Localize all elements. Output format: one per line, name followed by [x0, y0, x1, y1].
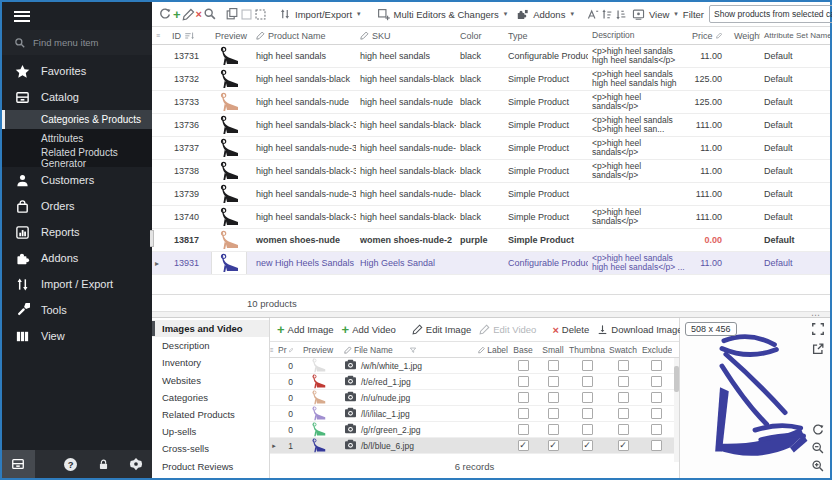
paste-button[interactable] — [254, 5, 267, 24]
thumbnail-checkbox[interactable] — [568, 376, 606, 387]
swatch-checkbox[interactable]: ✓ — [606, 440, 640, 451]
product-name[interactable]: high heel sandals-nude-36 — [252, 143, 356, 153]
image-priority[interactable]: 0 — [278, 393, 298, 403]
product-price[interactable]: 11.00 — [688, 51, 730, 61]
thumbnail-checkbox[interactable] — [568, 408, 606, 419]
thumbnail-checkbox[interactable] — [568, 424, 606, 435]
image-file[interactable]: /b/l/blue_6.jpg — [338, 439, 478, 452]
table-row[interactable]: 13731 high heel sandals high heel sandal… — [152, 45, 830, 68]
settings-button[interactable] — [120, 450, 153, 478]
exclude-checkbox[interactable] — [640, 392, 672, 403]
sidebar-item[interactable]: Orders — [2, 193, 152, 219]
image-file[interactable]: /n/u/nude.jpg — [338, 391, 478, 404]
column-header-preview[interactable]: Preview — [206, 31, 252, 41]
base-checkbox[interactable] — [508, 376, 538, 387]
small-checkbox[interactable] — [538, 376, 568, 387]
sidebar-item[interactable]: Related Products Generator — [2, 148, 152, 167]
checkbox-button[interactable] — [240, 5, 253, 24]
column-header-sku[interactable]: SKU — [356, 31, 456, 41]
product-sku[interactable]: high heel sandals-nude — [356, 97, 456, 107]
add-video-button[interactable]: +Add Video — [339, 320, 399, 339]
swatch-checkbox[interactable] — [606, 424, 640, 435]
column-header-swatch[interactable]: Swatch — [606, 345, 640, 355]
swatch-checkbox[interactable] — [606, 376, 640, 387]
horizontal-splitter[interactable]: ⋯ — [152, 311, 830, 318]
product-sku[interactable]: women shoes-nude-2 — [356, 235, 456, 245]
image-priority[interactable]: 0 — [278, 425, 298, 435]
zoom-in-icon[interactable] — [811, 459, 826, 474]
image-row[interactable]: ▸ 1 /b/l/blue_6.jpg ✓ ✓ ✓ ✓ — [270, 438, 679, 454]
small-checkbox[interactable]: ✓ — [538, 440, 568, 451]
image-row[interactable]: 0 /n/u/nude.jpg — [270, 390, 679, 406]
table-row[interactable]: 13737 high heel sandals-nude-36 high hee… — [152, 137, 830, 160]
detail-tab[interactable]: Product Reviews — [152, 458, 269, 475]
image-row[interactable]: 0 /t/e/red_1.jpg — [270, 374, 679, 390]
product-name[interactable]: high heel sandals-nude-37 — [252, 189, 356, 199]
small-checkbox[interactable] — [538, 424, 568, 435]
sidebar-item[interactable]: Addons — [2, 245, 152, 271]
table-row[interactable]: 13733 high heel sandals-nude high heel s… — [152, 91, 830, 114]
exclude-checkbox[interactable] — [640, 408, 672, 419]
base-checkbox[interactable] — [508, 360, 538, 371]
column-header-exclude[interactable]: Exclude — [640, 345, 672, 355]
base-checkbox[interactable] — [508, 392, 538, 403]
column-header-description[interactable]: Description — [588, 31, 688, 41]
exclude-checkbox[interactable] — [640, 376, 672, 387]
column-header-thumbnail[interactable]: Thumbna — [568, 345, 606, 355]
image-priority[interactable]: 0 — [278, 409, 298, 419]
small-checkbox[interactable] — [538, 408, 568, 419]
download-image-button[interactable]: Download Image — [594, 320, 685, 339]
image-file[interactable]: /w/h/white_1.jpg — [338, 359, 478, 372]
product-price[interactable]: 111.00 — [688, 189, 730, 199]
product-name[interactable]: new High Heels Sandals — [252, 258, 356, 268]
thumbnail-checkbox[interactable] — [568, 392, 606, 403]
product-price[interactable]: 11.00 — [688, 258, 730, 268]
exclude-checkbox[interactable] — [640, 424, 672, 435]
sidebar-item[interactable]: View — [2, 323, 152, 349]
product-sku[interactable]: high heel sandals-nude-36 — [356, 143, 456, 153]
font-button[interactable] — [586, 5, 599, 24]
zoom-out-icon[interactable] — [811, 441, 826, 456]
refresh-button[interactable] — [158, 5, 172, 24]
sidebar-item[interactable]: Tools — [2, 297, 152, 323]
swatch-checkbox[interactable] — [606, 392, 640, 403]
product-sku[interactable]: high heel sandals-black-36 — [356, 120, 456, 130]
row-menu-icon[interactable]: ≡ — [270, 347, 278, 353]
product-price[interactable]: 0.00 — [688, 235, 730, 245]
column-header-id[interactable]: ID — [162, 31, 206, 41]
column-header-label[interactable]: Label — [478, 345, 508, 355]
image-priority[interactable]: 0 — [278, 377, 298, 387]
column-header-base[interactable]: Base — [508, 345, 538, 355]
images-scrollbar[interactable] — [674, 358, 679, 462]
detail-tab[interactable]: Cross-sells — [152, 440, 269, 457]
import-export-button[interactable]: Import/Export ▾ — [275, 5, 365, 24]
image-priority[interactable]: 1 — [278, 441, 298, 451]
detail-tab[interactable]: Related Products — [152, 406, 269, 423]
delete-image-button[interactable]: ×Delete — [549, 320, 592, 339]
swatch-checkbox[interactable] — [606, 360, 640, 371]
column-header-preview[interactable]: Preview — [298, 345, 338, 355]
product-name[interactable]: high heel sandals-black-38 — [252, 212, 356, 222]
scrollbar-thumb[interactable] — [674, 366, 679, 392]
row-selector[interactable]: ▸ — [152, 259, 162, 268]
add-image-button[interactable]: +Add Image — [274, 320, 337, 339]
sidebar-item[interactable]: Favorites — [2, 58, 152, 84]
edit-video-button[interactable]: Edit Video — [476, 320, 539, 339]
image-row[interactable]: 0 /w/h/white_1.jpg — [270, 358, 679, 374]
thumbnail-checkbox[interactable] — [568, 360, 606, 371]
splitter-grip[interactable] — [150, 230, 154, 247]
column-header-weight[interactable]: Weight — [730, 31, 760, 41]
multi-editors-button[interactable]: Multi Editors & Changers ▾ — [373, 5, 512, 24]
row-menu-icon[interactable]: ≡ — [152, 32, 162, 39]
detail-tab[interactable]: Inventory — [152, 354, 269, 371]
sidebar-item[interactable]: Reports — [2, 219, 152, 245]
product-price[interactable]: 11.00 — [688, 143, 730, 153]
image-row[interactable]: 0 /l/i/lilac_1.jpg — [270, 406, 679, 422]
sidebar-item[interactable]: Attributes — [2, 129, 152, 148]
detail-tab[interactable]: Description — [152, 337, 269, 354]
help-button[interactable]: ? — [55, 450, 88, 478]
product-sku[interactable]: high heel sandals-nude-37 — [356, 189, 456, 199]
column-header-pr[interactable]: Pr — [278, 345, 298, 355]
menu-search-input[interactable] — [33, 37, 133, 48]
image-row[interactable]: 0 /g/r/green_2.jpg — [270, 422, 679, 438]
